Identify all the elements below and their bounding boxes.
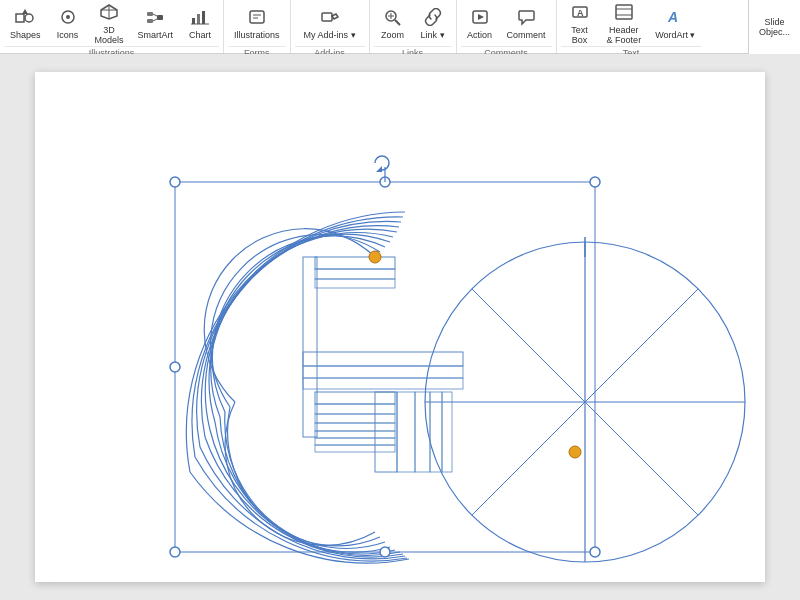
action-button[interactable]: Action <box>461 2 499 46</box>
my-add-ins-label: My Add-ins ▾ <box>304 30 356 40</box>
svg-rect-8 <box>147 12 153 16</box>
svg-rect-46 <box>315 423 395 431</box>
3d-models-label: 3DModels <box>95 25 124 45</box>
handle-orange-1[interactable] <box>369 251 381 263</box>
svg-rect-54 <box>442 392 452 472</box>
shapes-icon <box>15 8 35 29</box>
svg-rect-20 <box>322 13 332 21</box>
forms-label: Illustrations <box>234 30 280 40</box>
comment-label: Comment <box>507 30 546 40</box>
forms-buttons: Illustrations <box>228 2 286 46</box>
header-footer-label: Header& Footer <box>607 25 642 45</box>
3d-models-icon <box>99 3 119 24</box>
link-icon <box>423 8 443 29</box>
comments-group: Action Comment Comments <box>457 0 557 53</box>
svg-rect-55 <box>303 352 463 366</box>
header-footer-button[interactable]: Header& Footer <box>601 2 648 46</box>
text-box-button[interactable]: A TextBox <box>561 2 599 46</box>
svg-rect-44 <box>315 404 395 414</box>
forms-icon <box>247 8 267 29</box>
add-ins-icon <box>320 8 340 29</box>
text-box-icon: A <box>570 3 590 24</box>
zoom-button[interactable]: Zoom <box>374 2 412 46</box>
3d-models-button[interactable]: 3DModels <box>89 2 130 46</box>
comments-buttons: Action Comment <box>461 2 552 46</box>
svg-rect-40 <box>315 269 395 279</box>
slide-panel: Slide Objec... <box>748 0 800 54</box>
svg-rect-39 <box>315 257 395 269</box>
svg-rect-48 <box>315 438 395 445</box>
svg-rect-15 <box>202 11 205 24</box>
links-group: Zoom Link ▾ Links <box>370 0 457 53</box>
header-footer-icon <box>614 3 634 24</box>
svg-text:A: A <box>577 8 584 18</box>
wordart-button[interactable]: A WordArt ▾ <box>649 2 701 46</box>
shapes-button[interactable]: Shapes <box>4 2 47 46</box>
chart-label: Chart <box>189 30 211 40</box>
text-group: A TextBox Header& Footer A WordArt ▾ Tex… <box>557 0 706 53</box>
zoom-label: Zoom <box>381 30 404 40</box>
wordart-icon: A <box>665 8 685 29</box>
text-buttons: A TextBox Header& Footer A WordArt ▾ <box>561 2 702 46</box>
icons-label: Icons <box>57 30 79 40</box>
svg-rect-0 <box>16 14 24 22</box>
ribbon: Shapes Icons 3DModels SmartArt <box>0 0 800 54</box>
comment-button[interactable]: Comment <box>501 2 552 46</box>
svg-rect-13 <box>192 18 195 24</box>
smartart-icon <box>145 8 165 29</box>
illustrations-buttons: Shapes Icons 3DModels SmartArt <box>4 2 219 46</box>
comment-icon <box>516 8 536 29</box>
chart-button[interactable]: Chart <box>181 2 219 46</box>
illustrations-group: Shapes Icons 3DModels SmartArt <box>0 0 224 53</box>
svg-text:A: A <box>667 9 678 25</box>
action-label: Action <box>467 30 492 40</box>
svg-rect-10 <box>157 15 163 20</box>
chart-icon <box>190 8 210 29</box>
smartart-label: SmartArt <box>138 30 174 40</box>
svg-marker-26 <box>478 14 484 20</box>
svg-rect-41 <box>315 279 395 288</box>
svg-rect-56 <box>303 366 463 378</box>
forms-group: Illustrations Forms <box>224 0 291 53</box>
link-label: Link ▾ <box>421 30 445 40</box>
svg-rect-43 <box>315 392 395 404</box>
links-buttons: Zoom Link ▾ <box>374 2 452 46</box>
svg-marker-2 <box>22 9 28 14</box>
handle-br[interactable] <box>590 547 600 557</box>
shapes-label: Shapes <box>10 30 41 40</box>
add-ins-buttons: My Add-ins ▾ <box>295 2 365 46</box>
handle-bl[interactable] <box>170 547 180 557</box>
handle-bm[interactable] <box>380 547 390 557</box>
svg-rect-9 <box>147 19 153 23</box>
svg-rect-29 <box>616 5 632 19</box>
handle-tl[interactable] <box>170 177 180 187</box>
link-button[interactable]: Link ▾ <box>414 2 452 46</box>
svg-rect-17 <box>250 11 264 23</box>
drawing-svg <box>35 72 765 582</box>
handle-orange-2[interactable] <box>569 446 581 458</box>
smartart-button[interactable]: SmartArt <box>132 2 180 46</box>
svg-point-4 <box>66 15 70 19</box>
svg-point-1 <box>25 14 33 22</box>
svg-rect-51 <box>397 392 415 472</box>
my-add-ins-button[interactable]: My Add-ins ▾ <box>295 2 365 46</box>
svg-rect-33 <box>175 182 595 552</box>
handle-ml[interactable] <box>170 362 180 372</box>
slide-canvas[interactable] <box>35 72 765 582</box>
rotate-handle[interactable] <box>375 156 389 172</box>
canvas-area <box>0 54 800 600</box>
action-icon <box>470 8 490 29</box>
svg-line-22 <box>395 20 400 25</box>
icons-button[interactable]: Icons <box>49 2 87 46</box>
svg-rect-57 <box>303 378 463 389</box>
handle-tr[interactable] <box>590 177 600 187</box>
text-box-label: TextBox <box>571 25 588 45</box>
zoom-icon <box>383 8 403 29</box>
icons-icon <box>58 8 78 29</box>
add-ins-group: My Add-ins ▾ Add-ins <box>291 0 370 53</box>
object-label: Objec... <box>759 27 790 37</box>
forms-button[interactable]: Illustrations <box>228 2 286 46</box>
svg-rect-45 <box>315 414 395 423</box>
wordart-label: WordArt ▾ <box>655 30 695 40</box>
svg-rect-47 <box>315 431 395 438</box>
